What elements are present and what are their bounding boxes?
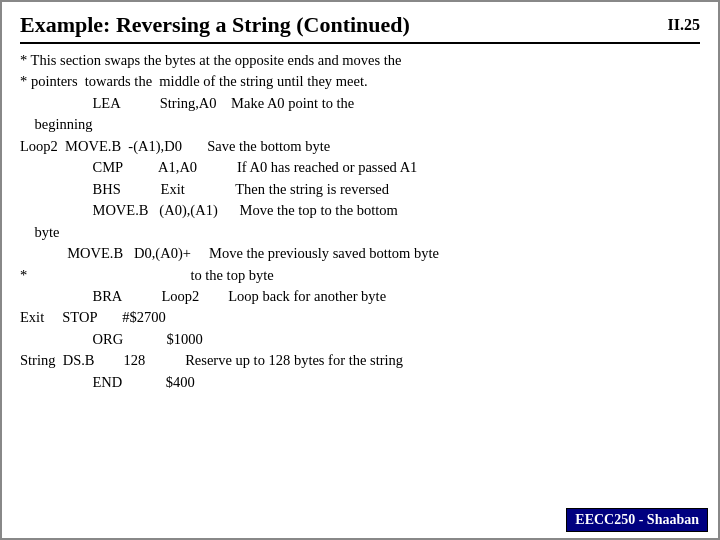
badge: EECC250 - Shaaban: [566, 508, 708, 532]
code-block: * This section swaps the bytes at the op…: [20, 50, 700, 393]
header-row: Example: Reversing a String (Continued) …: [20, 12, 700, 44]
slide: Example: Reversing a String (Continued) …: [0, 0, 720, 540]
slide-number: II.25: [668, 16, 700, 34]
slide-title: Example: Reversing a String (Continued): [20, 12, 410, 38]
slide-content: * This section swaps the bytes at the op…: [20, 50, 700, 393]
